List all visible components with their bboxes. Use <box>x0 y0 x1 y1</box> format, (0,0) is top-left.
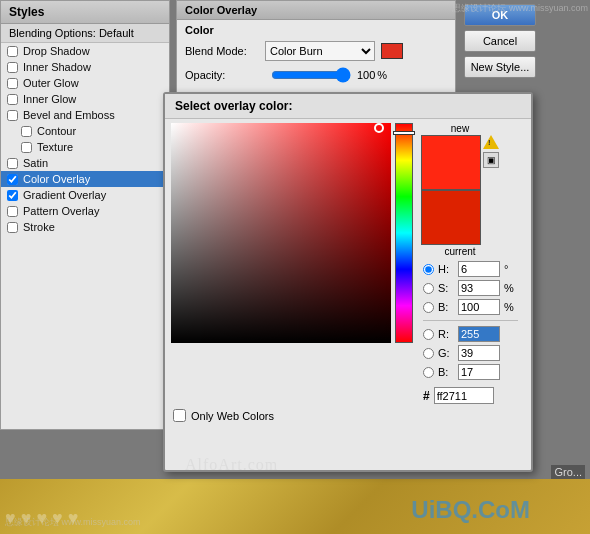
style-item-color-overlay[interactable]: Color Overlay <box>1 171 169 187</box>
style-item-gradient-overlay[interactable]: Gradient Overlay <box>1 187 169 203</box>
style-item-label: Color Overlay <box>23 173 90 185</box>
preview-new-label: new <box>451 123 469 134</box>
cancel-button[interactable]: Cancel <box>464 30 536 52</box>
green-radio[interactable] <box>423 348 434 359</box>
new-style-button[interactable]: New Style... <box>464 56 536 78</box>
style-checkbox[interactable] <box>7 222 18 233</box>
bri-row: B: % <box>423 299 518 315</box>
opacity-label: Opacity: <box>185 69 265 81</box>
preview-area: new ▣ current <box>421 123 499 257</box>
blend-mode-row: Blend Mode: Color Burn Normal Multiply S… <box>177 38 455 64</box>
sat-label: S: <box>438 282 454 294</box>
style-item-label: Drop Shadow <box>23 45 90 57</box>
style-item-label: Outer Glow <box>23 77 79 89</box>
gradient-bg <box>171 123 391 343</box>
hue-radio[interactable] <box>423 264 434 275</box>
hue-input[interactable] <box>458 261 500 277</box>
opacity-row: Opacity: 100 % <box>177 64 455 86</box>
style-checkbox[interactable] <box>7 110 18 121</box>
style-item-drop-shadow[interactable]: Drop Shadow <box>1 43 169 59</box>
preview-new-swatch[interactable] <box>421 135 481 190</box>
blend-mode-label: Blend Mode: <box>185 45 265 57</box>
red-radio[interactable] <box>423 329 434 340</box>
green-label: G: <box>438 347 454 359</box>
red-input[interactable] <box>458 326 500 342</box>
color-picker-main: new ▣ current H: <box>165 119 531 404</box>
sat-row: S: % <box>423 280 518 296</box>
hue-row: H: ° <box>423 261 518 277</box>
color-overlay-title: Color Overlay <box>177 1 455 20</box>
style-checkbox[interactable] <box>7 206 18 217</box>
gradient-overlay <box>171 123 391 343</box>
sat-input[interactable] <box>458 280 500 296</box>
style-checkbox[interactable] <box>21 142 32 153</box>
warning-icon[interactable] <box>483 135 499 149</box>
style-item-label: Inner Glow <box>23 93 76 105</box>
blue-row: B: <box>423 364 518 380</box>
blue-label: B: <box>438 366 454 378</box>
opacity-value: 100 <box>357 69 375 81</box>
watermark-bottom-left: 思缘设计论坛 www.missyuan.com <box>5 516 141 529</box>
color-swatch[interactable] <box>381 43 403 59</box>
bri-input[interactable] <box>458 299 500 315</box>
hue-unit: ° <box>504 263 518 275</box>
style-item-texture[interactable]: Texture <box>1 139 169 155</box>
blend-mode-select[interactable]: Color Burn Normal Multiply Screen Overla… <box>265 41 375 61</box>
style-checkbox[interactable] <box>21 126 32 137</box>
style-item-bevel-and-emboss[interactable]: Bevel and Emboss <box>1 107 169 123</box>
only-web-checkbox[interactable] <box>173 409 186 422</box>
style-checkbox[interactable] <box>7 78 18 89</box>
opacity-unit: % <box>377 69 387 81</box>
green-input[interactable] <box>458 345 500 361</box>
color-picker-dialog: Select overlay color: new <box>163 92 533 472</box>
style-item-pattern-overlay[interactable]: Pattern Overlay <box>1 203 169 219</box>
style-item-label: Gradient Overlay <box>23 189 106 201</box>
style-item-satin[interactable]: Satin <box>1 155 169 171</box>
style-item-label: Contour <box>37 125 76 137</box>
style-checkbox[interactable] <box>7 190 18 201</box>
styles-panel-title: Styles <box>1 1 169 24</box>
color-gradient-square[interactable] <box>171 123 391 343</box>
style-item-contour[interactable]: Contour <box>1 123 169 139</box>
blue-radio[interactable] <box>423 367 434 378</box>
style-checkbox[interactable] <box>7 46 18 57</box>
style-checkbox[interactable] <box>7 158 18 169</box>
hex-input[interactable] <box>434 387 494 404</box>
color-values: H: ° S: % B: % <box>417 261 524 404</box>
styles-panel: Styles Blending Options: Default Drop Sh… <box>0 0 170 430</box>
gro-label: Gro... <box>551 465 585 479</box>
style-item-label: Inner Shadow <box>23 61 91 73</box>
red-label: R: <box>438 328 454 340</box>
cube-icon[interactable]: ▣ <box>483 152 499 168</box>
style-item-outer-glow[interactable]: Outer Glow <box>1 75 169 91</box>
color-picker-title: Select overlay color: <box>165 94 531 119</box>
style-checkbox[interactable] <box>7 174 18 185</box>
hex-hash: # <box>423 389 430 403</box>
style-checkbox[interactable] <box>7 62 18 73</box>
gradient-cursor <box>374 123 384 133</box>
sat-unit: % <box>504 282 518 294</box>
uibq-text: UiBQ.CoM <box>411 496 530 524</box>
bri-radio[interactable] <box>423 302 434 313</box>
bri-unit: % <box>504 301 518 313</box>
style-item-stroke[interactable]: Stroke <box>1 219 169 235</box>
style-item-inner-shadow[interactable]: Inner Shadow <box>1 59 169 75</box>
style-item-inner-glow[interactable]: Inner Glow <box>1 91 169 107</box>
green-row: G: <box>423 345 518 361</box>
sat-radio[interactable] <box>423 283 434 294</box>
style-items-list: Drop ShadowInner ShadowOuter GlowInner G… <box>1 43 169 235</box>
preview-current-swatch[interactable] <box>421 190 481 245</box>
opacity-slider[interactable] <box>271 67 351 83</box>
only-web-row: Only Web Colors <box>165 404 531 427</box>
blue-input[interactable] <box>458 364 500 380</box>
alfoart-text: AlfoArt.com <box>185 456 278 474</box>
style-item-label: Bevel and Emboss <box>23 109 115 121</box>
blending-options-label[interactable]: Blending Options: Default <box>1 24 169 43</box>
hue-bar[interactable] <box>395 123 413 343</box>
style-item-label: Satin <box>23 157 48 169</box>
style-item-label: Pattern Overlay <box>23 205 99 217</box>
hue-cursor <box>393 131 415 135</box>
hex-row: # <box>423 387 518 404</box>
style-item-label: Texture <box>37 141 73 153</box>
style-checkbox[interactable] <box>7 94 18 105</box>
